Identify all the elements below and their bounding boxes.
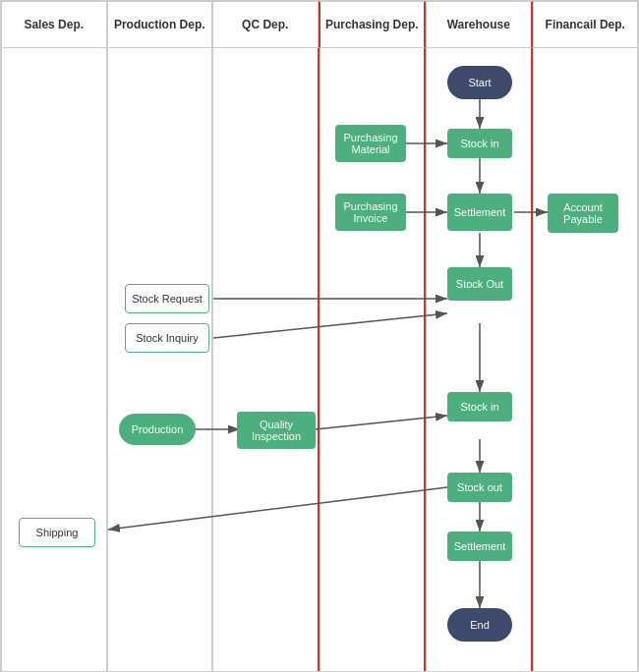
node-settlement-1: Settlement — [447, 194, 512, 231]
node-production: Production — [119, 414, 196, 445]
node-settlement-2: Settlement — [447, 532, 512, 561]
node-end: End — [447, 608, 512, 642]
header-purchasing: Purchasing Dep. — [319, 1, 427, 48]
header-warehouse: Warehouse — [426, 1, 533, 48]
col-sales — [1, 48, 107, 672]
node-purchasing-invoice: Purchasing Invoice — [335, 194, 406, 231]
header-financial: Financail Dep. — [533, 1, 639, 48]
col-qc — [212, 48, 320, 672]
node-quality-inspection: Quality Inspection — [237, 412, 316, 449]
node-stock-request: Stock Request — [125, 284, 209, 313]
col-production — [107, 48, 213, 672]
node-stock-inquiry: Stock Inquiry — [125, 323, 209, 353]
node-stock-in-2: Stock in — [447, 392, 512, 421]
body-area: Start Stock in Settlement Account Payabl… — [1, 48, 638, 672]
header-row: Sales Dep. Production Dep. QC Dep. Purch… — [1, 1, 638, 48]
node-shipping: Shipping — [19, 518, 95, 547]
node-account-payable: Account Payable — [548, 194, 618, 233]
col-financial — [533, 48, 639, 672]
node-purchasing-material: Purchasing Material — [335, 125, 406, 162]
node-stock-out-1: Stock Out — [447, 267, 512, 301]
header-production: Production Dep. — [107, 1, 213, 48]
node-stock-in-1: Stock in — [447, 129, 512, 158]
header-qc: QC Dep. — [212, 1, 319, 48]
header-sales: Sales Dep. — [1, 1, 107, 48]
diagram-wrapper: Sales Dep. Production Dep. QC Dep. Purch… — [0, 0, 639, 672]
node-start: Start — [447, 66, 512, 99]
node-stock-out-2: Stock out — [447, 473, 512, 502]
